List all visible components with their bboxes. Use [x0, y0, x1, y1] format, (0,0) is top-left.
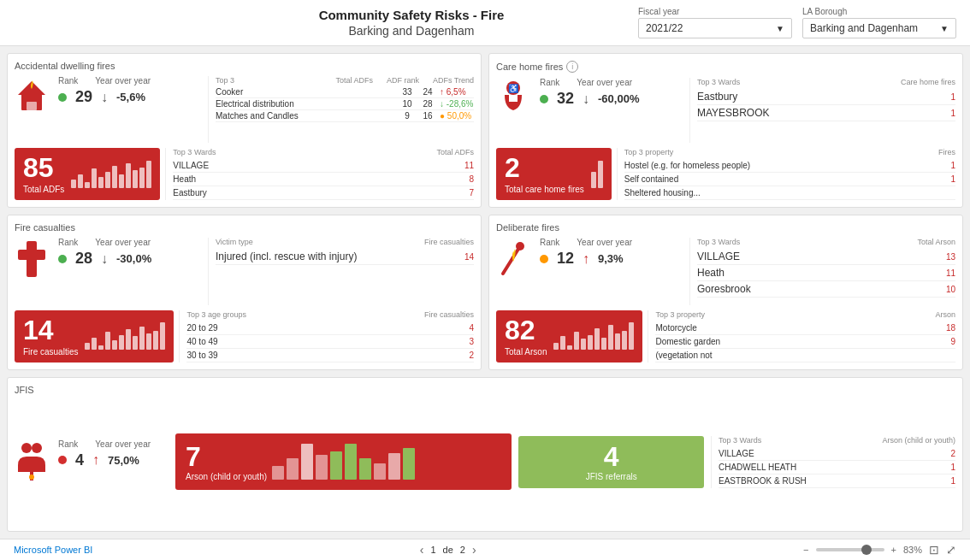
jfis-title: JFIS [15, 385, 955, 395]
la-borough-filter: LA Borough Barking and Dagenham ▼ [802, 7, 956, 38]
la-borough-select[interactable]: Barking and Dagenham ▼ [802, 18, 956, 38]
jfis-icon [15, 439, 53, 485]
delib-rank-value: 12 [557, 250, 574, 268]
bar-1 [71, 180, 76, 188]
cas-big-label: Fire casualties [23, 347, 78, 357]
adf-ward-row-3: Eastbury 7 [173, 186, 474, 200]
jfis-referrals-number: 4 [604, 443, 619, 470]
zoom-minus[interactable]: − [803, 545, 808, 555]
powerbi-link[interactable]: Microsoft Power BI [14, 545, 92, 555]
fiscal-year-value: 2021/22 [646, 22, 683, 34]
jfis-bar-chart [272, 440, 501, 483]
care-prop-row-1: Hostel (e.g. for homeless people) 1 [624, 159, 955, 173]
care-arrow: ↓ [583, 91, 589, 107]
bar-7 [112, 166, 117, 188]
delib-ward-2: Heath 11 [697, 265, 955, 281]
adf-ward-row-2: Heath 8 [173, 173, 474, 186]
adf-title: Accidental dwelling fires [15, 61, 474, 71]
info-icon[interactable]: i [566, 61, 578, 73]
bar-9 [126, 163, 131, 188]
care-yoy-label: Year over year [577, 78, 632, 87]
la-borough-value: Barking and Dagenham [810, 22, 918, 34]
zoom-thumb [861, 545, 872, 555]
deliberate-icon [496, 238, 535, 283]
svg-point-9 [21, 443, 32, 453]
delib-prop-3: (vegetation not [655, 349, 955, 363]
header-title: Community Safety Risks - Fire Barking an… [185, 8, 638, 38]
bar-8 [119, 174, 124, 188]
adf-rank-yoy: Rank Year over year 29 ↓ -5,6% [58, 76, 151, 106]
deliberate-rank-yoy: Rank Year over year 12 ↑ 9,3% [540, 238, 632, 268]
page-total: 2 [460, 545, 465, 555]
la-borough-label: LA Borough [802, 7, 956, 16]
bar-4 [92, 168, 97, 187]
zoom-plus[interactable]: + [891, 545, 896, 555]
fiscal-year-select[interactable]: 2021/22 ▼ [638, 18, 792, 38]
adf-causes-col1: Top 3 [216, 76, 234, 85]
victim-row-1: Injured (incl. rescue with injury) 14 [216, 249, 474, 265]
fiscal-year-chevron: ▼ [776, 24, 784, 33]
page: Community Safety Risks - Fire Barking an… [0, 0, 970, 560]
delib-ward-1: VILLAGE 13 [697, 249, 955, 265]
adf-ward-row-1: VILLAGE 11 [173, 159, 474, 173]
adf-yoy-value: -5,6% [116, 91, 145, 103]
svg-point-10 [32, 443, 42, 453]
adf-big-number-box: 85 Total ADFs [15, 148, 160, 200]
zoom-slider[interactable] [816, 548, 884, 551]
adf-wards-header: Top 3 Wards Total ADFs [173, 148, 474, 156]
svg-point-11 [29, 475, 34, 480]
adf-mini-chart [71, 157, 151, 192]
deliberate-card: Deliberate fires Rank Ye [488, 215, 963, 369]
delib-rank-dot [540, 255, 548, 263]
cbar-1 [591, 172, 596, 188]
fire-house-icon [15, 76, 49, 119]
adf-icon [15, 76, 53, 121]
care-home-icon: ♿ [496, 78, 535, 123]
footer: Microsoft Power BI ‹ 1 de 2 › − + 83% ⊡ … [0, 539, 970, 560]
care-prop-row-2: Self contained 1 [624, 173, 955, 186]
adf-cause-row-2: Electrical distribution 10 28 ↓ -28,6% [216, 98, 474, 110]
care-top3-property: Top 3 property Fires Hostel (e.g. for ho… [617, 148, 955, 200]
adf-cause-row-1: Cooker 33 24 ↑ 6,5% [216, 86, 474, 98]
care-big-number-box: 2 Total care home fires [496, 148, 612, 200]
cas-yoy-value: -30,0% [116, 252, 151, 265]
adf-cause-row-3: Matches and Candles 9 16 ● 50,0% [216, 110, 474, 122]
jfis-ward-3: EASTBROOK & RUSH 1 [719, 475, 955, 488]
prev-page-button[interactable]: ‹ [420, 543, 424, 557]
care-rank-label: Rank [540, 78, 559, 87]
delib-top3-property: Top 3 property Arson Motorcycle 18 Domes… [648, 310, 955, 363]
delib-big-number: 82 [505, 316, 547, 344]
cas-rank-dot [58, 255, 67, 263]
delib-ward-3: Goresbrook 10 [697, 281, 955, 298]
delib-big-label: Total Arson [505, 347, 547, 357]
expand-icon[interactable]: ⤢ [946, 543, 956, 557]
age-row-2: 40 to 49 3 [186, 335, 474, 349]
jfis-referrals-box: 4 JFIS referrals [518, 436, 704, 488]
header: Community Safety Risks - Fire Barking an… [0, 0, 970, 46]
bar-11 [139, 168, 145, 188]
cas-rank-value: 28 [75, 250, 92, 268]
adf-arrow: ↓ [101, 90, 108, 105]
care-home-card: Care home fires i ♿ Rank [488, 53, 963, 208]
jfis-referrals-label: JFIS referrals [586, 472, 637, 481]
fullscreen-icon[interactable]: ⊡ [929, 543, 939, 557]
cas-mini-chart [85, 319, 165, 353]
jfis-rank-value: 4 [75, 451, 84, 469]
jfis-rank-yoy: Rank Year over year 4 ↑ 75,0% [58, 439, 151, 469]
casualties-victims: Victim type Fire casualties Injured (inc… [208, 238, 474, 304]
delib-prop-2: Domestic garden 9 [655, 335, 955, 349]
care-rank-value: 32 [557, 90, 574, 108]
la-borough-chevron: ▼ [940, 24, 949, 33]
adf-big-number: 85 [23, 154, 64, 181]
care-prop-row-3: Sheltered housing... [624, 186, 955, 200]
adf-card: Accidental dwelling fires [7, 53, 482, 208]
bar-6 [105, 172, 110, 188]
casualties-rank-yoy: Rank Year over year 28 ↓ -30,0% [58, 238, 151, 268]
delib-yoy-value: 9,3% [598, 252, 624, 265]
casualties-icon [15, 238, 53, 283]
jfis-rank-dot [58, 456, 67, 464]
care-home-title: Care home fires [496, 62, 563, 72]
next-page-button[interactable]: › [472, 543, 476, 557]
adf-rank-dot [58, 93, 67, 102]
pagination: ‹ 1 de 2 › [420, 543, 476, 557]
